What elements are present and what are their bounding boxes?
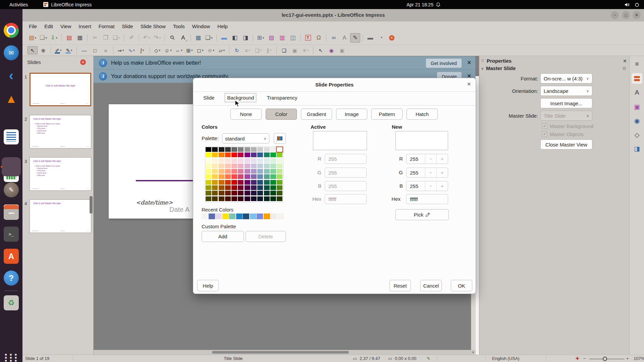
palette-swatch[interactable] — [238, 147, 244, 152]
palette-swatch[interactable] — [206, 147, 211, 152]
insert-table-button[interactable]: ⊞▾ — [256, 33, 266, 43]
palette-swatch[interactable] — [219, 153, 224, 157]
fontwork-button[interactable]: A — [339, 33, 350, 43]
palette-swatch[interactable] — [212, 174, 218, 179]
palette-swatch[interactable] — [245, 164, 250, 168]
pick-color-button[interactable]: Pick — [395, 209, 449, 220]
format-dropdown[interactable]: On-scre... w (4:3) ∨ — [540, 73, 592, 83]
palette-swatch[interactable] — [264, 180, 270, 185]
palette-swatch[interactable] — [238, 180, 244, 185]
recent-color-swatch[interactable] — [250, 214, 256, 219]
palette-swatch[interactable] — [264, 174, 270, 179]
ellipse-button[interactable]: ○ — [101, 46, 111, 54]
slide-thumbnail-1[interactable]: Click to edit Master title style<date/ti… — [30, 73, 91, 106]
palette-swatch[interactable] — [251, 158, 257, 163]
save-dropdown-arrow[interactable]: ▾ — [56, 36, 58, 40]
palette-swatch[interactable] — [231, 191, 237, 195]
palette-swatch[interactable] — [219, 196, 224, 201]
notification-close-icon[interactable]: ✕ — [467, 60, 471, 66]
palette-swatch[interactable] — [206, 180, 211, 185]
tab-properties-icon[interactable] — [632, 73, 642, 84]
shadow-button[interactable]: ❏ — [279, 46, 289, 54]
clock-menu[interactable]: Apr 21 18:25 — [407, 2, 440, 7]
fill-type-hatch-button[interactable]: Hatch — [407, 109, 438, 120]
palette-swatch[interactable] — [219, 191, 224, 195]
menu-view[interactable]: View — [57, 22, 75, 30]
increment-icon[interactable]: + — [436, 154, 448, 164]
distribute-button[interactable]: ∥▾ — [264, 46, 274, 54]
increment-icon[interactable]: + — [436, 181, 448, 191]
new-r-stepper[interactable]: 255 −+ — [406, 154, 448, 164]
copy-button[interactable]: ❐ — [101, 33, 111, 43]
rectangle-button[interactable]: □ — [90, 46, 100, 54]
lines-arrows-button[interactable]: ⇒▾ — [116, 46, 126, 54]
3d-objects-button[interactable]: ▱▾ — [217, 46, 227, 54]
load-palette-button[interactable] — [274, 133, 286, 144]
help-dock-icon[interactable]: ? — [4, 270, 19, 286]
palette-swatch[interactable] — [219, 185, 224, 190]
insert-line-button[interactable]: — — [79, 46, 89, 54]
insert-chart-button[interactable]: ◫ — [288, 33, 298, 43]
insert-table-dropdown-arrow[interactable]: ▾ — [263, 36, 264, 40]
palette-swatch[interactable] — [245, 191, 250, 195]
fill-type-color-button[interactable]: Color — [266, 109, 297, 120]
system-status-area[interactable] — [625, 2, 639, 7]
insert-textbox-button[interactable]: T — [303, 33, 313, 43]
palette-swatch[interactable] — [270, 164, 276, 168]
header-footer-button[interactable]: ▬ — [365, 33, 375, 43]
palette-swatch[interactable] — [270, 185, 276, 190]
palette-dropdown[interactable]: standard ∨ — [222, 133, 269, 143]
activities-button[interactable]: Activities — [7, 2, 30, 7]
document-modified-icon[interactable]: ✎ — [427, 356, 430, 361]
flowchart-shapes-dropdown-arrow[interactable]: ▾ — [191, 49, 193, 52]
tab-slide[interactable]: Slide — [201, 94, 216, 102]
palette-swatch[interactable] — [231, 169, 237, 174]
palette-swatch[interactable] — [277, 147, 282, 152]
fill-color-button[interactable]: ✐▾ — [53, 46, 63, 54]
hyperlink-button[interactable]: ∞ — [329, 33, 339, 43]
recent-color-swatch[interactable] — [270, 214, 277, 219]
palette-swatch[interactable] — [277, 174, 282, 179]
thunderbird-dock-icon[interactable]: ✉ — [4, 45, 19, 60]
add-color-button[interactable]: Add — [202, 231, 244, 242]
export-pdf-button[interactable]: ▤ — [64, 33, 74, 43]
palette-swatch[interactable] — [277, 158, 282, 163]
curves-polygons-dropdown-arrow[interactable]: ▾ — [133, 49, 135, 52]
palette-swatch[interactable] — [225, 153, 231, 157]
palette-swatch[interactable] — [270, 153, 276, 157]
palette-swatch[interactable] — [270, 169, 276, 174]
block-arrows-button[interactable]: ⇔▾ — [174, 46, 184, 54]
trash-dock-icon[interactable]: ♻ — [4, 295, 19, 310]
fit-slide-icon[interactable]: ✚ — [576, 356, 579, 361]
paste-button[interactable]: ❑▾ — [111, 33, 121, 43]
new-g-stepper[interactable]: 255 −+ — [406, 168, 448, 178]
select-button[interactable]: ↖ — [28, 46, 38, 54]
palette-swatch[interactable] — [264, 147, 270, 152]
palette-swatch[interactable] — [225, 164, 231, 168]
palette-swatch[interactable] — [231, 158, 237, 163]
menu-insert[interactable]: Insert — [75, 22, 95, 30]
palette-swatch[interactable] — [277, 169, 282, 174]
palette-swatch[interactable] — [264, 158, 270, 163]
vlc-dock-icon[interactable]: ▲ — [4, 91, 19, 106]
flowchart-shapes-button[interactable]: ⊞▾ — [184, 46, 195, 54]
print-button[interactable]: ▦ — [75, 33, 85, 43]
menu-format[interactable]: Format — [95, 22, 118, 30]
palette-swatch[interactable] — [225, 169, 231, 174]
palette-swatch[interactable] — [231, 185, 237, 190]
line-color-button[interactable]: ✎▾ — [64, 46, 74, 54]
star-shapes-button[interactable]: ☆▾ — [206, 46, 216, 54]
open-button[interactable]: ❏▾ — [38, 33, 48, 43]
insert-image-button[interactable]: ▨ — [266, 33, 276, 43]
align-objects-dropdown-arrow[interactable]: ▾ — [249, 49, 250, 52]
menu-slide[interactable]: Slide — [118, 22, 137, 30]
palette-swatch[interactable] — [238, 191, 244, 195]
tab-shapes-icon[interactable]: ◇ — [632, 129, 642, 140]
palette-swatch[interactable] — [225, 147, 231, 152]
display-grid-button[interactable]: ▦ — [193, 33, 203, 43]
recent-color-swatch[interactable] — [229, 214, 235, 219]
palette-swatch[interactable] — [238, 185, 244, 190]
palette-swatch[interactable] — [245, 147, 250, 152]
palette-swatch[interactable] — [245, 180, 250, 185]
palette-swatch[interactable] — [251, 174, 257, 179]
